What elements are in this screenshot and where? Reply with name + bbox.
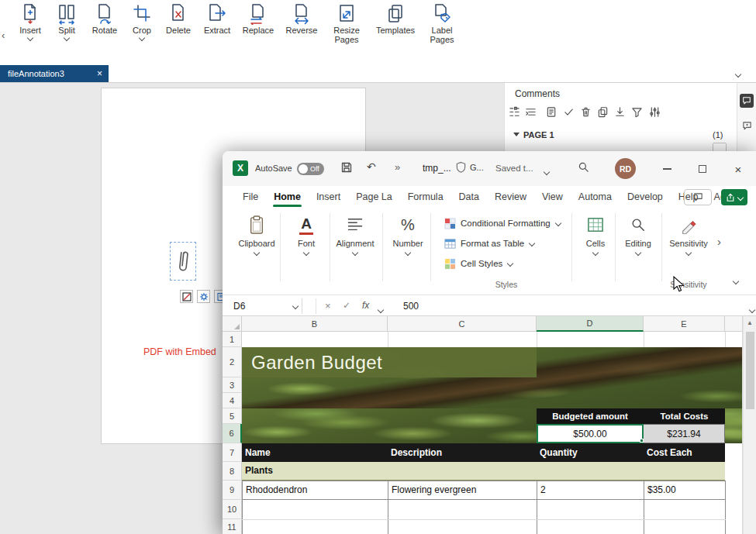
export-comments-icon[interactable]: [614, 106, 626, 118]
excel-logo-icon[interactable]: X: [233, 160, 248, 176]
row-header-5[interactable]: 5: [223, 408, 242, 424]
row-header-9[interactable]: 9: [223, 481, 242, 500]
tab-home[interactable]: Home: [266, 186, 309, 208]
sensitivity-badge-label[interactable]: G...: [470, 163, 484, 172]
row-header-3[interactable]: 3: [223, 377, 242, 393]
search-icon[interactable]: [578, 161, 589, 173]
comment-options-icon[interactable]: [649, 106, 661, 118]
row-header-10[interactable]: 10: [223, 500, 242, 519]
avatar[interactable]: RD: [615, 158, 636, 179]
expand-comments-icon[interactable]: [509, 106, 520, 118]
tab-view[interactable]: View: [534, 186, 571, 208]
row-header-1[interactable]: 1: [223, 332, 242, 347]
font-group-button[interactable]: A Font: [286, 213, 326, 280]
annotation-properties-button[interactable]: [197, 290, 210, 303]
sensitivity-group-button[interactable]: Sensitivity: [665, 213, 712, 280]
scroll-up-icon[interactable]: ▲: [747, 319, 753, 326]
tab-formulas[interactable]: Formula: [400, 186, 451, 208]
row-header-7[interactable]: 7: [223, 443, 242, 462]
alignment-group-button[interactable]: Alignment: [335, 213, 375, 280]
caret-down-icon[interactable]: [292, 304, 299, 308]
section-expander-icon[interactable]: [513, 133, 520, 136]
tab-data[interactable]: Data: [451, 186, 487, 208]
tab-automate[interactable]: Automa: [571, 186, 620, 208]
select-all-corner[interactable]: [223, 316, 242, 332]
annotations-rail-button[interactable]: [740, 119, 754, 133]
caret-down-icon[interactable]: [544, 170, 550, 174]
comments-button[interactable]: [684, 189, 712, 205]
pdf-toolbar-item-rotate[interactable]: Rotate: [85, 3, 125, 35]
tab-insert[interactable]: Insert: [309, 186, 348, 208]
ribbon-expand-icon[interactable]: ›: [717, 235, 721, 248]
insert-function-icon[interactable]: fx: [362, 300, 369, 311]
pdf-toolbar-item-split[interactable]: Split: [47, 3, 87, 40]
cell-D5-budgeted-amount[interactable]: Budgeted amount: [537, 408, 644, 424]
clipboard-group-button[interactable]: Clipboard: [236, 213, 277, 280]
column-header-B[interactable]: B: [242, 316, 388, 332]
column-header-C[interactable]: C: [388, 316, 537, 332]
panel-collapse-chevron[interactable]: [735, 72, 741, 77]
more-commands-icon[interactable]: »: [395, 161, 400, 173]
row-header-6[interactable]: 6: [223, 424, 242, 443]
row-header-8[interactable]: 8: [223, 462, 242, 481]
filter-comments-icon[interactable]: [631, 106, 643, 118]
formula-input[interactable]: 500: [403, 301, 419, 312]
close-button[interactable]: ×: [725, 157, 751, 181]
cell-D9[interactable]: 2: [537, 481, 644, 500]
cell-D6-selected[interactable]: $500.00: [537, 424, 644, 443]
cell-E5-total-costs[interactable]: Total Costs: [644, 408, 725, 424]
tab-file[interactable]: File: [235, 186, 266, 208]
formula-cancel-icon[interactable]: ×: [325, 300, 331, 312]
paperclip-annotation[interactable]: [170, 242, 196, 281]
resolve-check-icon[interactable]: [563, 106, 575, 118]
column-header-F-sliver[interactable]: [725, 316, 743, 332]
tab-close-icon[interactable]: ×: [97, 68, 102, 79]
pdf-toolbar-item-crop[interactable]: Crop: [122, 3, 162, 40]
autosave-toggle[interactable]: Off: [297, 163, 324, 175]
cell-B9[interactable]: Rhododendron: [242, 481, 388, 500]
comments-rail-button-active[interactable]: [740, 94, 754, 108]
cell-C9[interactable]: Flowering evergreen: [388, 481, 537, 500]
name-box[interactable]: D6: [229, 298, 302, 314]
undo-icon[interactable]: ↶: [367, 160, 376, 173]
cells-group-button[interactable]: Cells: [575, 213, 616, 280]
editing-group-button[interactable]: Editing: [618, 213, 658, 280]
conditional-formatting-button[interactable]: Conditional Formatting: [444, 215, 561, 232]
cell-styles-button[interactable]: Cell Styles: [444, 255, 513, 272]
ribbon-collapse-icon[interactable]: [733, 279, 739, 284]
row-header-11[interactable]: 11: [223, 519, 242, 534]
collapse-comments-icon[interactable]: [525, 106, 537, 118]
column-header-D[interactable]: D: [537, 316, 644, 332]
sheet-scrollbar[interactable]: ▲: [743, 316, 756, 534]
collapse-toolbar-chevron[interactable]: ‹: [2, 29, 5, 41]
annotation-style-button[interactable]: [180, 290, 193, 303]
save-icon[interactable]: [340, 161, 353, 174]
saved-status[interactable]: Saved t...: [495, 164, 533, 173]
pdf-toolbar-item-replace[interactable]: Replace: [238, 3, 278, 35]
workbook-filename[interactable]: tmp_...: [423, 163, 451, 174]
delete-comment-icon[interactable]: [580, 106, 592, 118]
tab-page-layout[interactable]: Page La: [348, 186, 400, 208]
row-header-4[interactable]: 4: [223, 393, 242, 408]
formula-bar-expand-icon[interactable]: [749, 308, 755, 312]
formula-enter-icon[interactable]: ✓: [343, 300, 350, 311]
pdf-toolbar-item-templates[interactable]: Templates: [375, 3, 416, 35]
cell-E6[interactable]: $231.94: [644, 424, 725, 443]
pdf-toolbar-item-label-pages[interactable]: Label Pages: [422, 3, 462, 44]
number-group-button[interactable]: % Number: [388, 213, 428, 280]
section-row-plants[interactable]: Plants: [242, 462, 725, 481]
minimize-button[interactable]: [654, 157, 680, 181]
row-header-2[interactable]: 2: [223, 347, 242, 377]
pdf-toolbar-item-resize-pages[interactable]: Resize Pages: [326, 3, 367, 44]
pdf-toolbar-item-reverse[interactable]: Reverse: [281, 3, 322, 35]
share-button[interactable]: [721, 189, 747, 205]
format-as-table-button[interactable]: Format as Table: [444, 235, 535, 252]
page-section-row[interactable]: PAGE 1 (1): [505, 126, 737, 145]
pdf-toolbar-item-insert[interactable]: Insert: [10, 3, 50, 40]
table-header-row[interactable]: Name Description Quantity Cost Each: [242, 443, 725, 462]
cell-E9[interactable]: $35.00: [644, 481, 726, 500]
tab-developer[interactable]: Develop: [620, 186, 671, 208]
maximize-button[interactable]: [689, 157, 716, 181]
copy-comment-icon[interactable]: [597, 106, 609, 118]
add-note-icon[interactable]: [546, 106, 558, 118]
